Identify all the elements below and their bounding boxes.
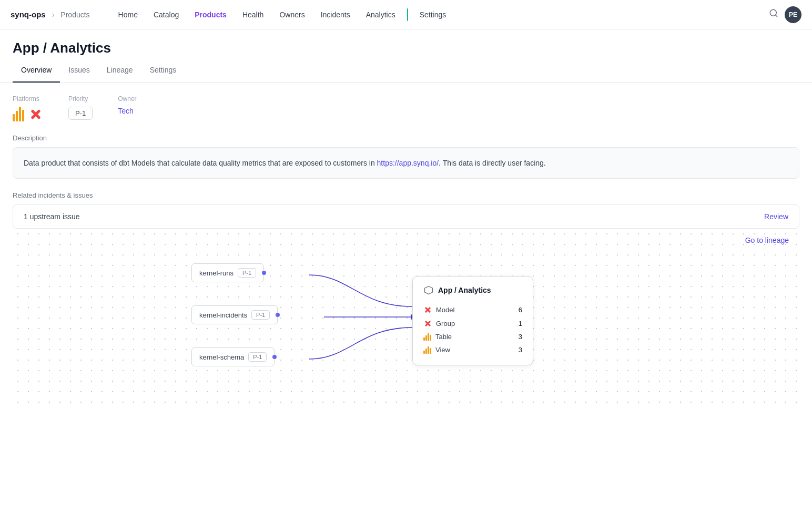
page-header: App / Analytics bbox=[0, 29, 812, 56]
x-platform-icon bbox=[28, 107, 43, 121]
node-kernel-runs-dot bbox=[262, 271, 266, 275]
card-row-model: Model 6 bbox=[423, 303, 522, 316]
lineage-svg bbox=[13, 229, 799, 407]
user-avatar[interactable]: PE bbox=[785, 6, 801, 23]
breadcrumb-products[interactable]: Products bbox=[60, 11, 89, 19]
model-count: 6 bbox=[519, 306, 522, 314]
tab-settings[interactable]: Settings bbox=[141, 58, 185, 83]
platforms-section: Platforms bbox=[13, 95, 43, 121]
hex-icon bbox=[423, 285, 434, 295]
node-kernel-incidents[interactable]: kernel-incidents P-1 bbox=[191, 305, 278, 324]
card-row-table: Table 3 bbox=[423, 330, 522, 343]
nav-home[interactable]: Home bbox=[111, 7, 145, 22]
group-label: Group bbox=[436, 320, 455, 328]
owner-label: Owner bbox=[118, 95, 136, 103]
lineage-area: Go to lineage kernel-runs P-1 kernel-i bbox=[13, 229, 799, 407]
owner-link[interactable]: Tech bbox=[118, 107, 134, 115]
incidents-text: 1 upstream issue bbox=[24, 212, 80, 221]
description-label: Description bbox=[13, 134, 799, 142]
breadcrumb-separator: › bbox=[52, 11, 55, 19]
incidents-row: 1 upstream issue Review bbox=[13, 204, 799, 229]
main-lineage-card: App / Analytics Model 6 Group 1 Table 3 bbox=[412, 276, 533, 365]
owner-section: Owner Tech bbox=[118, 95, 136, 115]
nav-divider bbox=[407, 8, 408, 21]
review-link[interactable]: Review bbox=[764, 212, 788, 221]
nav-links: Home Catalog Products Health Owners Inci… bbox=[111, 7, 765, 22]
priority-badge: P-1 bbox=[68, 107, 93, 120]
main-card-title: App / Analytics bbox=[423, 285, 522, 295]
description-text-1: Data product that consists of dbt Models… bbox=[24, 159, 377, 167]
nav-owners[interactable]: Owners bbox=[272, 7, 312, 22]
platforms-icons bbox=[13, 107, 43, 121]
incidents-label: Related incidents & issues bbox=[13, 191, 799, 199]
group-count: 1 bbox=[519, 320, 522, 328]
nav-incidents[interactable]: Incidents bbox=[313, 7, 358, 22]
main-content: Platforms Priority P-1 Owner Tech Descri… bbox=[0, 83, 812, 420]
nav-actions: PE bbox=[769, 6, 801, 23]
view-label: View bbox=[435, 346, 450, 354]
nav-analytics[interactable]: Analytics bbox=[359, 7, 403, 22]
model-x-icon bbox=[423, 305, 432, 314]
tab-overview[interactable]: Overview bbox=[13, 58, 60, 83]
nav-catalog[interactable]: Catalog bbox=[146, 7, 186, 22]
page-title: App / Analytics bbox=[13, 40, 799, 56]
node-kernel-schema-dot bbox=[272, 355, 277, 359]
node-kernel-incidents-label: kernel-incidents bbox=[199, 311, 247, 319]
priority-label: Priority bbox=[68, 95, 93, 103]
node-kernel-schema[interactable]: kernel-schema P-1 bbox=[191, 347, 275, 366]
svg-line-1 bbox=[775, 15, 777, 16]
tab-issues[interactable]: Issues bbox=[60, 58, 98, 83]
brand-logo[interactable]: synq-ops bbox=[11, 10, 46, 19]
description-box: Data product that consists of dbt Models… bbox=[13, 147, 799, 179]
description-text-2: . This data is directly user facing. bbox=[439, 159, 546, 167]
search-button[interactable] bbox=[769, 8, 778, 21]
go-to-lineage-button[interactable]: Go to lineage bbox=[745, 236, 789, 244]
tab-lineage[interactable]: Lineage bbox=[98, 58, 141, 83]
table-bars-icon bbox=[423, 333, 431, 341]
node-kernel-runs-badge: P-1 bbox=[238, 268, 256, 278]
node-kernel-schema-label: kernel-schema bbox=[199, 353, 244, 361]
model-label: Model bbox=[436, 306, 454, 314]
bars-platform-icon bbox=[13, 107, 24, 121]
description-link[interactable]: https://app.synq.io/ bbox=[377, 159, 439, 167]
group-x-icon bbox=[423, 319, 432, 328]
topnav: synq-ops › Products Home Catalog Product… bbox=[0, 0, 812, 29]
tabs-bar: Overview Issues Lineage Settings bbox=[0, 58, 812, 83]
card-row-view: View 3 bbox=[423, 343, 522, 356]
node-kernel-runs[interactable]: kernel-runs P-1 bbox=[191, 263, 264, 282]
node-kernel-incidents-badge: P-1 bbox=[251, 310, 270, 320]
meta-row: Platforms Priority P-1 Owner Tech bbox=[13, 95, 799, 121]
main-card-title-text: App / Analytics bbox=[438, 286, 491, 294]
view-count: 3 bbox=[519, 346, 522, 354]
table-label: Table bbox=[435, 333, 452, 341]
table-count: 3 bbox=[519, 333, 522, 341]
view-bars-icon bbox=[423, 346, 431, 354]
node-kernel-incidents-dot bbox=[276, 313, 280, 317]
node-kernel-schema-badge: P-1 bbox=[248, 352, 267, 362]
priority-section: Priority P-1 bbox=[68, 95, 93, 120]
node-kernel-runs-label: kernel-runs bbox=[199, 269, 234, 277]
svg-marker-4 bbox=[425, 287, 433, 294]
nav-health[interactable]: Health bbox=[235, 7, 271, 22]
nav-settings[interactable]: Settings bbox=[412, 7, 454, 22]
nav-products[interactable]: Products bbox=[187, 7, 234, 22]
platforms-label: Platforms bbox=[13, 95, 43, 103]
card-row-group: Group 1 bbox=[423, 316, 522, 330]
